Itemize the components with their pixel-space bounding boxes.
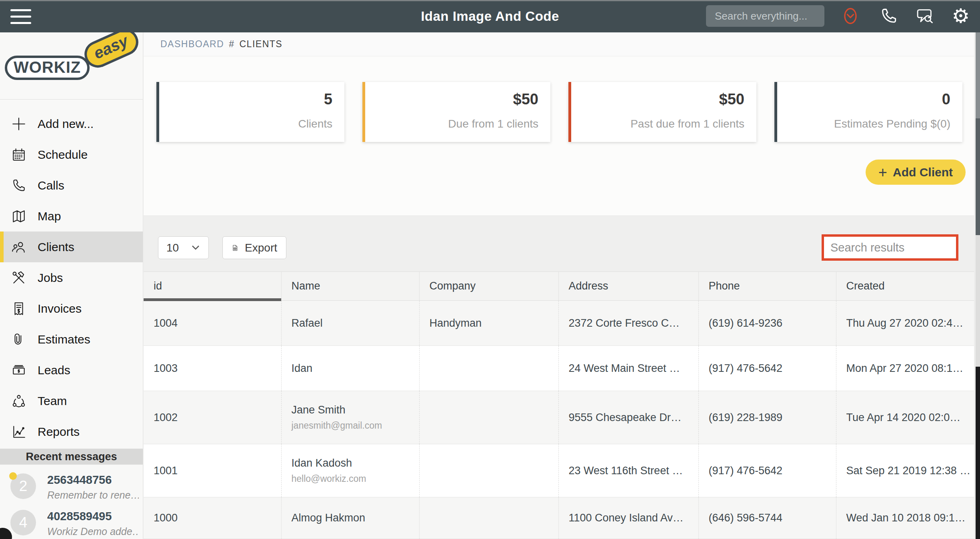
cell-created: Sat Sep 21 2019 12:38 … <box>836 444 980 497</box>
main-content: DASHBOARD # CLIENTS 5 Clients $50 Due fr… <box>144 32 980 539</box>
window-scrollbar[interactable] <box>974 32 980 539</box>
spreadsheet-icon <box>232 242 238 254</box>
paperclip-icon <box>11 331 27 347</box>
cell-created: Tue Apr 14 2020 02:0… <box>836 391 980 444</box>
table-row[interactable]: 1000 Almog Hakmon 1100 Coney Island Av… … <box>144 497 980 539</box>
unread-dot <box>9 472 17 480</box>
cash-icon <box>11 362 27 378</box>
column-header-phone[interactable]: Phone <box>698 272 836 301</box>
logo-block[interactable]: WORKIZ easy <box>0 32 143 100</box>
cell-phone: (917) 476-5642 <box>698 444 836 497</box>
stat-card-estimates-pending: 0 Estimates Pending $(0) <box>774 82 962 142</box>
recent-message-item[interactable]: 4 4028589495 Workiz Demo adde… <box>0 501 143 537</box>
table-row[interactable]: 1001 Idan Kadoshhello@workiz.com 23 West… <box>144 444 980 497</box>
column-header-name[interactable]: Name <box>281 272 419 301</box>
sidebar-item-calls[interactable]: Calls <box>0 170 143 201</box>
sidebar-item-estimates[interactable]: Estimates <box>0 324 143 355</box>
sidebar-item-add-new[interactable]: Add new... <box>0 108 143 139</box>
message-preview: Workiz Demo adde… <box>47 526 139 537</box>
breadcrumb-current-page: CLIENTS <box>240 39 283 50</box>
cell-phone: (646) 596-5744 <box>698 497 836 539</box>
stat-label: Due from 1 clients <box>377 118 538 130</box>
global-search-input[interactable] <box>706 5 824 27</box>
workiz-logo: WORKIZ <box>5 56 90 80</box>
cell-address: 2372 Corte Fresco C… <box>558 301 698 346</box>
cell-email: hello@workiz.com <box>292 473 419 484</box>
cell-phone: (619) 228-1989 <box>698 391 836 444</box>
account-title: Idan Image And Code <box>0 9 980 24</box>
clients-table: id Name Company Address Phone Created 10… <box>144 271 980 539</box>
cell-created: Mon Apr 27 2020 08:1… <box>836 346 980 391</box>
add-client-button[interactable]: + Add Client <box>866 160 966 185</box>
cell-company: Handyman <box>419 301 558 346</box>
cell-name: Idan <box>281 346 419 391</box>
stat-card-due: $50 Due from 1 clients <box>362 82 550 142</box>
sidebar-menu: Add new... Schedule Calls Map Clients Jo… <box>0 100 143 447</box>
stat-label: Clients <box>171 118 332 130</box>
cell-name: Almog Hakmon <box>281 497 419 539</box>
message-sender: 2563448756 <box>47 473 139 487</box>
cell-name: Jane Smithjanesmith@gmail.com <box>281 391 419 444</box>
column-header-address[interactable]: Address <box>558 272 698 301</box>
phone-icon[interactable] <box>879 6 898 26</box>
column-header-company[interactable]: Company <box>419 272 558 301</box>
cell-name: Rafael <box>281 301 419 346</box>
sidebar-item-jobs[interactable]: Jobs <box>0 262 143 293</box>
breadcrumb-dashboard-link[interactable]: DASHBOARD <box>160 39 224 50</box>
sidebar-item-map[interactable]: Map <box>0 201 143 232</box>
export-button[interactable]: Export <box>222 236 286 259</box>
stat-card-past-due: $50 Past due from 1 clients <box>568 82 756 142</box>
cell-address: 1100 Coney Island Av… <box>558 497 698 539</box>
sidebar-item-clients[interactable]: Clients <box>0 232 143 262</box>
chart-icon <box>11 424 27 440</box>
stat-value: 5 <box>171 91 332 108</box>
plus-icon <box>11 116 27 132</box>
cell-name: Idan Kadoshhello@workiz.com <box>281 444 419 497</box>
sidebar-item-reports[interactable]: Reports <box>0 416 143 447</box>
settings-gear-icon[interactable]: ⚙ <box>951 6 970 26</box>
plus-icon: + <box>878 166 887 178</box>
message-sender: 4028589495 <box>47 510 139 523</box>
table-row[interactable]: 1002 Jane Smithjanesmith@gmail.com 9555 … <box>144 391 980 444</box>
sidebar: WORKIZ easy Add new... Schedule Calls Ma… <box>0 32 143 539</box>
cell-address: 24 West Main Street … <box>558 346 698 391</box>
stat-label: Past due from 1 clients <box>583 118 744 130</box>
workiz-app-window: Idan Image And Code ⚙ WORKIZ easy Add ne… <box>0 0 980 539</box>
sidebar-item-team[interactable]: Team <box>0 385 143 416</box>
column-header-id[interactable]: id <box>144 272 281 301</box>
stat-card-clients: 5 Clients <box>156 82 344 142</box>
cell-company <box>419 444 558 497</box>
clients-icon <box>11 239 27 255</box>
chat-search-icon[interactable] <box>915 6 934 26</box>
breadcrumb: DASHBOARD # CLIENTS <box>144 32 980 56</box>
summary-section: 5 Clients $50 Due from 1 clients $50 Pas… <box>144 56 980 216</box>
cell-email: janesmith@gmail.com <box>292 420 419 431</box>
sidebar-item-schedule[interactable]: Schedule <box>0 139 143 170</box>
tools-icon <box>11 270 27 286</box>
table-row[interactable]: 1004 Rafael Handyman 2372 Corte Fresco C… <box>144 301 980 346</box>
cell-company <box>419 346 558 391</box>
top-bar: Idan Image And Code ⚙ <box>0 0 980 32</box>
page-size-select[interactable]: 10 <box>158 236 209 259</box>
clock-status-icon[interactable] <box>841 6 860 26</box>
chevron-down-icon <box>191 244 200 252</box>
window-top-edge <box>0 0 980 1</box>
stat-cards: 5 Clients $50 Due from 1 clients $50 Pas… <box>156 82 980 142</box>
cell-address: 23 West 116th Street … <box>558 444 698 497</box>
stat-value: 0 <box>789 91 950 108</box>
cell-id: 1002 <box>144 391 281 444</box>
sidebar-item-invoices[interactable]: Invoices <box>0 293 143 324</box>
table-search-input[interactable] <box>822 234 958 261</box>
team-icon <box>11 393 27 409</box>
recent-message-item[interactable]: 2 2563448756 Remember to rene… <box>0 465 143 501</box>
avatar: 4 <box>10 510 36 535</box>
avatar: 2 <box>10 473 36 499</box>
calendar-icon <box>11 147 27 163</box>
cell-id: 1000 <box>144 497 281 539</box>
breadcrumb-separator: # <box>229 39 234 50</box>
column-header-created[interactable]: Created <box>836 272 980 301</box>
map-icon <box>11 208 27 224</box>
sidebar-item-leads[interactable]: Leads <box>0 355 143 385</box>
table-row[interactable]: 1003 Idan 24 West Main Street … (917) 47… <box>144 346 980 391</box>
cell-id: 1003 <box>144 346 281 391</box>
